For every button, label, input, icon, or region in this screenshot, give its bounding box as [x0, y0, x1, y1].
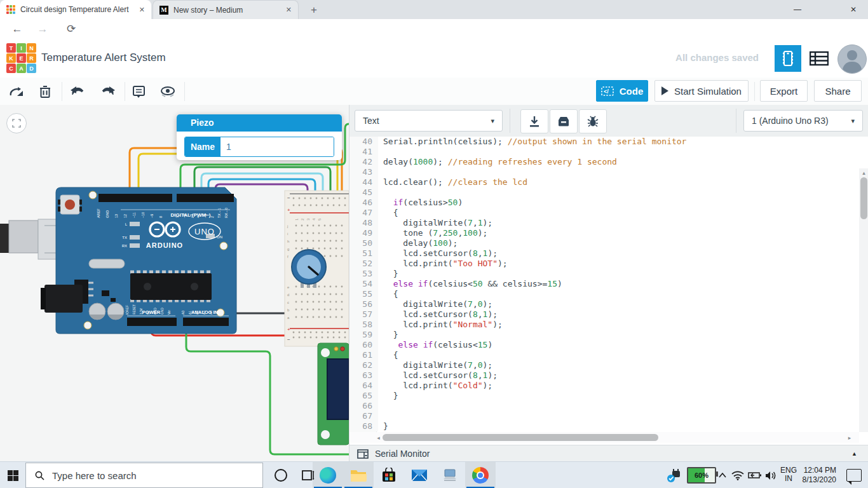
svg-text:−: − [287, 195, 290, 201]
taskbar-search[interactable]: Type here to search [25, 463, 263, 488]
back-button[interactable]: ← [9, 21, 25, 37]
zoom-to-fit-button[interactable] [6, 113, 27, 133]
tinkercad-logo[interactable]: TINKERCAD [6, 43, 36, 73]
expand-serial-icon[interactable]: ▲ [851, 451, 857, 457]
clock[interactable]: 12:04 PM 8/13/2020 [798, 462, 836, 488]
notes-button[interactable] [129, 83, 148, 100]
wifi-icon[interactable] [729, 462, 746, 488]
close-tab-icon[interactable]: ✕ [286, 6, 292, 14]
taskbar-store-button[interactable] [374, 462, 404, 488]
rotate-button[interactable] [8, 83, 27, 100]
taskbar-edge-button[interactable] [313, 462, 343, 488]
save-status: All changes saved [675, 52, 759, 63]
svg-text:c: c [287, 301, 289, 304]
user-avatar[interactable] [837, 44, 867, 74]
share-label: Share [825, 86, 850, 97]
language-indicator[interactable]: ENG IN [779, 462, 798, 488]
browser-navbar: ← → ⟳ https://www.tinkercad.com/things/5… [0, 19, 868, 40]
window-close-button[interactable]: ✕ [839, 0, 868, 19]
cortana-button[interactable] [266, 462, 296, 488]
component-name-input[interactable] [220, 137, 334, 156]
start-button[interactable] [0, 462, 25, 488]
play-icon [661, 86, 668, 95]
code-line: 48 digitalWrite(7,1); [349, 218, 868, 228]
battery-charging-icon[interactable] [746, 462, 764, 488]
windows-taskbar: Type here to search [0, 461, 868, 488]
battery-percentage-widget[interactable]: 60% [686, 462, 717, 488]
battery-percent-label: 60% [688, 468, 715, 482]
libraries-button[interactable] [550, 109, 578, 133]
svg-text:A1: A1 [189, 311, 192, 315]
region-code: IN [779, 475, 798, 483]
delete-button[interactable] [36, 83, 55, 100]
toolbar-divider [754, 82, 755, 101]
tab-medium[interactable]: M New story – Medium ✕ [153, 0, 299, 19]
vertical-scroll-thumb[interactable] [860, 177, 867, 219]
undo-button[interactable] [69, 83, 88, 100]
code-panel-icon: </ [601, 86, 614, 96]
debugger-button[interactable] [579, 109, 607, 133]
arduino-uno-board[interactable]: AREFGND1312~11~10~98 7~6~54~32TX→1RX←0 D… [41, 187, 236, 334]
taskbar-chrome-button[interactable] [465, 462, 496, 488]
taskbar-this-pc-button[interactable] [435, 462, 465, 488]
design-title[interactable]: Temperature Alert System [41, 51, 166, 64]
horizontal-scroll-thumb[interactable] [383, 434, 658, 441]
vertical-scrollbar[interactable]: ▴ ▾ [859, 168, 868, 432]
start-simulation-button[interactable]: Start Simulation [654, 80, 749, 102]
svg-text:~9: ~9 [150, 214, 154, 218]
lcd-module[interactable] [318, 343, 349, 445]
svg-text:+: + [287, 207, 290, 213]
taskbar-file-explorer-button[interactable] [343, 462, 374, 488]
power-jack [44, 285, 83, 313]
export-button[interactable]: Export [760, 80, 808, 102]
tray-expand-chevron-icon[interactable] [715, 462, 729, 488]
forward-button[interactable]: → [34, 21, 51, 37]
power-plug-notification-icon[interactable] [663, 462, 685, 488]
code-line: 57 lcd.setCursor(8,1); [349, 309, 868, 320]
code-line: 58 lcd.print("Normal"); [349, 320, 868, 330]
taskbar-mail-button[interactable] [404, 462, 435, 488]
toolbar-divider [510, 109, 510, 133]
serial-monitor-bar[interactable]: Serial Monitor ▲ [349, 445, 868, 462]
piezo-inspector-popup[interactable]: Piezo Name [177, 114, 342, 160]
visibility-button[interactable] [158, 83, 177, 100]
code-view-select[interactable]: Text ▾ [355, 110, 503, 132]
scroll-left-icon[interactable]: ◂ [374, 435, 383, 441]
code-editor[interactable]: 40Serial.println(celsius); //output show… [349, 137, 868, 432]
svg-text:−: − [287, 337, 290, 342]
tinkercad-circuits-window: Circuit design Temperature Alert ✕ M New… [0, 0, 868, 488]
close-tab-icon[interactable]: ✕ [139, 6, 145, 14]
code-button[interactable]: </ Code [596, 80, 648, 102]
file-explorer-icon [350, 468, 367, 482]
board-select[interactable]: 1 (Arduino Uno R3) ▾ [743, 110, 863, 132]
download-code-button[interactable] [520, 109, 548, 133]
scroll-up-icon[interactable]: ▴ [859, 170, 868, 176]
svg-text:</: </ [604, 88, 609, 95]
component-list-button[interactable] [808, 50, 830, 67]
edit-toolbar: </ Code Start Simulation Export Share [0, 78, 868, 105]
start-simulation-label: Start Simulation [674, 86, 742, 97]
svg-text:GND: GND [161, 308, 164, 315]
atmega-ic[interactable] [130, 273, 212, 300]
svg-text:IOREF: IOREF [126, 305, 129, 315]
refresh-button[interactable]: ⟳ [63, 21, 79, 37]
code-line: 53 } [349, 269, 868, 279]
redo-button[interactable] [98, 83, 117, 100]
circuits-mode-button[interactable] [775, 45, 801, 72]
code-toolbar: Text ▾ 1 (Arduino Uno R3) ▾ [349, 105, 868, 137]
new-tab-button[interactable]: + [306, 3, 322, 18]
reset-button[interactable] [58, 195, 82, 214]
toolbar-divider [62, 82, 62, 101]
action-center-button[interactable] [843, 462, 865, 488]
share-button[interactable]: Share [814, 80, 862, 102]
circuit-canvas[interactable]: − + + − jihgfedcba 12345 [0, 105, 349, 461]
svg-text:~10: ~10 [141, 212, 145, 218]
horizontal-scrollbar[interactable]: ◂ ▸ [349, 432, 859, 443]
scroll-right-icon[interactable]: ▸ [845, 435, 854, 441]
date-label: 8/13/2020 [798, 475, 836, 485]
code-line: 68} [349, 421, 868, 431]
medium-favicon-icon: M [159, 6, 168, 15]
window-minimize-button[interactable]: — [783, 0, 812, 19]
tab-tinkercad[interactable]: Circuit design Temperature Alert ✕ [0, 0, 151, 19]
volume-icon[interactable] [763, 462, 779, 488]
